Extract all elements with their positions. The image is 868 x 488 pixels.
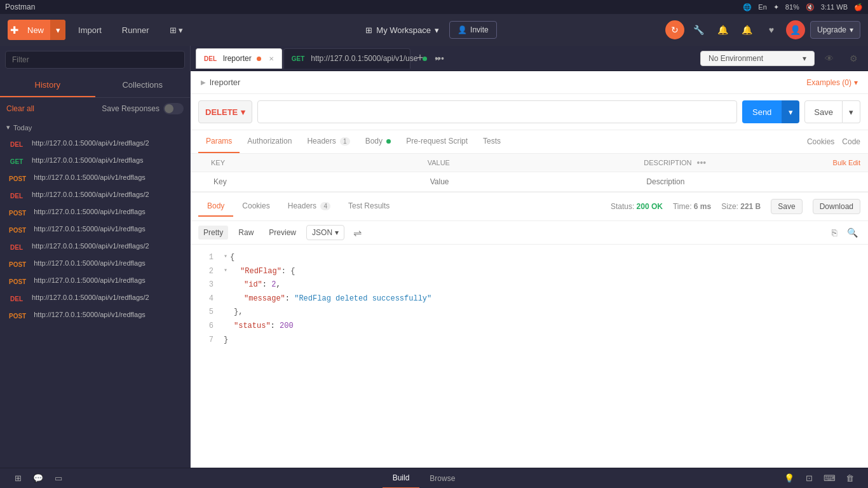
battery-indicator: 81% <box>785 3 799 11</box>
history-url: http://127.0.0.1:5000/api/v1/redflags/2 <box>32 190 149 200</box>
settings-icon[interactable]: ⚙ <box>844 49 863 68</box>
tab-add-button[interactable]: + <box>412 51 429 65</box>
bottom-tabs: Build Browse <box>383 468 466 489</box>
language-indicator: En <box>758 3 766 11</box>
url-input[interactable]: http://127.0.0.1:5000/api/v1/redflags/2 <box>257 100 737 123</box>
save-response-button[interactable]: Save <box>771 199 802 214</box>
time-label: Time: 6 ms <box>673 202 711 211</box>
notification-icon[interactable]: 🔔 <box>714 20 733 39</box>
collapse-arrow-1[interactable]: ▾ <box>224 251 227 265</box>
description-input[interactable] <box>644 175 860 189</box>
bottom-layers-icon[interactable]: ⊞ <box>8 468 28 489</box>
list-item[interactable]: POST http://127.0.0.1:5000/api/v1/redfla… <box>0 221 190 238</box>
bottom-keyboard-icon[interactable]: ⌨ <box>820 468 840 489</box>
save-responses-label: Save Responses <box>102 104 159 113</box>
bulk-edit-button[interactable]: Bulk Edit <box>833 159 860 166</box>
tab-label-0: lreporter <box>223 54 252 63</box>
list-item[interactable]: DEL http://127.0.0.1:5000/api/v1/redflag… <box>0 238 190 255</box>
response-toolbar: Body Cookies Headers 4 Test Results Stat… <box>191 193 868 221</box>
bottom-browse-tab[interactable]: Browse <box>419 468 465 489</box>
upgrade-button[interactable]: Upgrade ▾ <box>810 21 860 39</box>
body-dot <box>386 139 391 144</box>
method-selector[interactable]: DELETE ▾ <box>198 100 252 123</box>
wrap-icon[interactable]: ⇌ <box>349 226 365 240</box>
workspace-selector[interactable]: ⊞ My Workspace ▾ <box>359 22 445 39</box>
import-button[interactable]: Import <box>71 20 109 40</box>
invite-icon: 👤 <box>458 25 467 34</box>
list-item[interactable]: POST http://127.0.0.1:5000/api/v1/redfla… <box>0 273 190 290</box>
body-line-4: 4 "message": "RedFlag deleted successful… <box>201 292 858 306</box>
format-type-selector[interactable]: JSON ▾ <box>306 225 344 240</box>
copy-icon[interactable]: ⎘ <box>829 225 839 240</box>
download-button[interactable]: Download <box>813 199 860 214</box>
list-item[interactable]: POST http://127.0.0.1:5000/api/v1/redfla… <box>0 170 190 187</box>
req-tab-body[interactable]: Body <box>358 130 399 153</box>
raw-button[interactable]: Raw <box>233 226 259 240</box>
layout-button[interactable]: ⊞ ▾ <box>162 20 191 40</box>
new-button-arrow[interactable]: ▾ <box>50 20 65 40</box>
sync-button[interactable]: ↻ <box>665 20 684 39</box>
bottom-lightbulb-icon[interactable]: 💡 <box>779 468 799 489</box>
preview-button[interactable]: Preview <box>264 226 301 240</box>
tab-more-button[interactable]: ••• <box>430 53 449 64</box>
resp-tab-test-results[interactable]: Test Results <box>339 196 398 217</box>
send-button[interactable]: Send <box>742 100 782 123</box>
response-status: Status: 200 OK Time: 6 ms Size: 221 B Sa… <box>611 199 860 214</box>
heart-icon[interactable]: ♥ <box>762 20 781 39</box>
method-badge: DEL <box>6 243 27 252</box>
list-item[interactable]: DEL http://127.0.0.1:5000/api/v1/redflag… <box>0 187 190 204</box>
list-item[interactable]: GET http://127.0.0.1:5000/api/v1/redflag… <box>0 152 190 170</box>
workspace-grid-icon: ⊞ <box>365 25 372 35</box>
bottom-build-tab[interactable]: Build <box>383 468 420 489</box>
req-tab-authorization[interactable]: Authorization <box>240 130 299 153</box>
req-tab-pre-request[interactable]: Pre-request Script <box>398 130 475 153</box>
params-dots[interactable]: ••• <box>697 158 707 168</box>
pretty-button[interactable]: Pretty <box>198 226 228 240</box>
tab-lreporter[interactable]: DEL lreporter ✕ <box>196 48 282 69</box>
eye-icon[interactable]: 👁 <box>820 49 839 68</box>
examples-link[interactable]: Examples (0) ▾ <box>806 78 858 87</box>
tab-get[interactable]: GET http://127.0.0.1:5000/api/v1/use ✕ <box>283 48 410 69</box>
resp-tab-body[interactable]: Body <box>198 196 233 217</box>
search-response-icon[interactable]: 🔍 <box>844 225 860 240</box>
new-button[interactable]: ✚ New ▾ <box>8 20 65 40</box>
send-button-group: Send ▾ <box>742 100 799 123</box>
list-item[interactable]: POST http://127.0.0.1:5000/api/v1/redfla… <box>0 255 190 273</box>
key-input[interactable] <box>211 175 428 189</box>
sidebar-actions: Clear all Save Responses <box>0 98 190 119</box>
collapse-arrow-2[interactable]: ▾ <box>224 265 227 279</box>
code-link[interactable]: Code <box>842 137 860 146</box>
tab-collections[interactable]: Collections <box>95 74 191 97</box>
resp-tab-cookies[interactable]: Cookies <box>233 196 278 217</box>
bottom-trash-icon[interactable]: 🗑 <box>840 468 860 489</box>
list-item[interactable]: POST http://127.0.0.1:5000/api/v1/redfla… <box>0 204 190 221</box>
save-dropdown-button[interactable]: ▾ <box>843 100 860 123</box>
desc-header: DESCRIPTION ••• Bulk Edit <box>644 158 860 168</box>
req-tab-tests[interactable]: Tests <box>475 130 508 153</box>
clear-all-button[interactable]: Clear all <box>6 104 34 113</box>
search-input[interactable] <box>5 51 185 69</box>
list-item[interactable]: POST http://127.0.0.1:5000/api/v1/redfla… <box>0 307 190 324</box>
req-tab-headers[interactable]: Headers 1 <box>299 130 357 153</box>
list-item[interactable]: DEL http://127.0.0.1:5000/api/v1/redflag… <box>0 290 190 307</box>
collection-name-row[interactable]: ▶ lreporter <box>201 78 240 87</box>
value-input[interactable] <box>428 175 644 189</box>
bell-icon[interactable]: 🔔 <box>738 20 757 39</box>
cookies-link[interactable]: Cookies <box>807 137 834 146</box>
tab-history[interactable]: History <box>0 74 95 97</box>
bottom-comment-icon[interactable]: 💬 <box>28 468 48 489</box>
runner-button[interactable]: Runner <box>114 20 157 40</box>
save-responses-toggle[interactable] <box>163 103 184 114</box>
bottom-panel-icon[interactable]: ▭ <box>48 468 69 489</box>
bottom-layout-icon[interactable]: ⊡ <box>799 468 820 489</box>
req-tab-params[interactable]: Params <box>198 130 240 153</box>
tab-close-0[interactable]: ✕ <box>269 55 274 62</box>
wrench-icon[interactable]: 🔧 <box>689 20 709 39</box>
save-responses-row: Save Responses <box>102 103 184 114</box>
list-item[interactable]: DEL http://127.0.0.1:5000/api/v1/redflag… <box>0 135 190 152</box>
resp-tab-headers[interactable]: Headers 4 <box>279 196 339 217</box>
user-circle-icon[interactable]: 👤 <box>786 20 805 39</box>
save-button[interactable]: Save <box>804 100 843 123</box>
invite-button[interactable]: 👤 Invite <box>449 21 497 39</box>
send-dropdown-button[interactable]: ▾ <box>782 100 799 123</box>
